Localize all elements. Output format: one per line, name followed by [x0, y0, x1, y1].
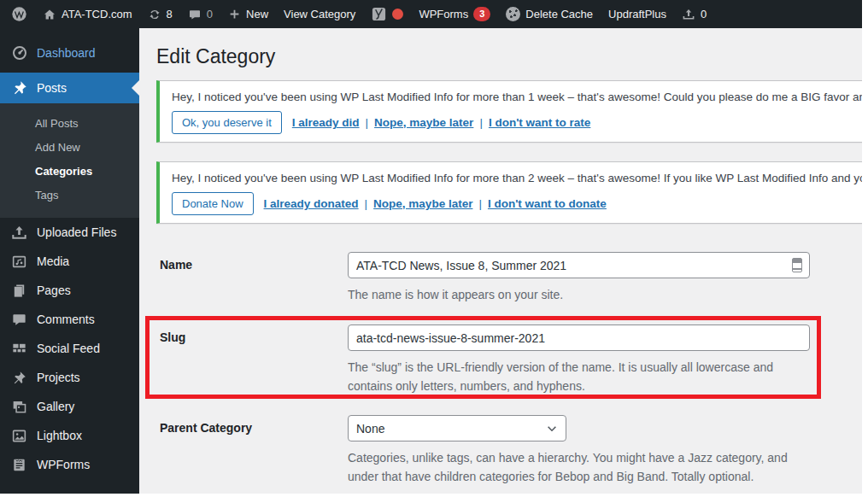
new-label: New	[246, 8, 268, 20]
link-separator: |	[479, 116, 483, 129]
delete-cache-label: Delete Cache	[525, 8, 593, 20]
name-input[interactable]	[348, 252, 810, 278]
nope-maybe-later-link[interactable]: Nope, maybe later	[373, 197, 472, 210]
already-did-link[interactable]: I already did	[292, 116, 360, 129]
form-icon	[11, 456, 28, 473]
notice-message: Hey, I noticed you've been using WP Last…	[172, 172, 868, 184]
gallery-icon	[11, 398, 28, 415]
delete-cache-link[interactable]: Delete Cache	[498, 0, 601, 28]
view-category-link[interactable]: View Category	[276, 0, 363, 28]
sidebar-item-uploaded-files[interactable]: Uploaded Files	[0, 218, 139, 247]
updraft-count: 0	[701, 8, 707, 20]
wpforms-menu[interactable]: WPForms 3	[411, 0, 498, 28]
lightbox-icon	[11, 427, 28, 444]
site-name-link[interactable]: ATA-TCD.com	[35, 0, 140, 28]
name-label: Name	[156, 252, 348, 304]
sidebar-label: Pages	[37, 284, 71, 297]
updraftplus-label: UpdraftPlus	[608, 8, 666, 20]
upload-icon	[11, 224, 28, 241]
social-feed-icon	[11, 340, 28, 357]
alert-dot-icon	[392, 9, 403, 20]
parent-category-select[interactable]: None	[348, 415, 566, 441]
dashboard-icon	[11, 44, 28, 61]
link-separator: |	[365, 197, 368, 210]
sidebar-item-pages[interactable]: Pages	[0, 276, 139, 305]
nope-maybe-later-link[interactable]: Nope, maybe later	[374, 116, 473, 129]
wordpress-logo-menu[interactable]	[3, 0, 35, 28]
home-icon	[43, 8, 56, 21]
submenu-item-add-new[interactable]: Add New	[0, 136, 139, 160]
parent-category-help-text: Categories, unlike tags, can have a hier…	[348, 448, 806, 486]
sidebar-item-dashboard[interactable]: Dashboard	[0, 38, 139, 67]
page-title: Edit Category	[156, 45, 275, 68]
updraftplus-menu[interactable]: UpdraftPlus	[601, 0, 674, 28]
submenu-item-categories[interactable]: Categories	[0, 160, 139, 184]
already-donated-link[interactable]: I already donated	[264, 197, 359, 210]
current-menu-arrow-icon	[132, 80, 139, 96]
updates-link[interactable]: 8	[140, 0, 180, 28]
name-help-text: The name is how it appears on your site.	[348, 285, 806, 304]
notice-message: Hey, I noticed you've been using WP Last…	[172, 91, 868, 103]
partial-menu-icon	[11, 492, 28, 497]
dont-want-to-rate-link[interactable]: I don't want to rate	[489, 116, 590, 129]
parent-category-field-row: Parent Category None Categories, unlike …	[156, 415, 806, 486]
donate-plugin-notice: Hey, I noticed you've been using WP Last…	[156, 161, 868, 224]
comments-icon	[11, 311, 28, 328]
sidebar-label: Comments	[37, 313, 95, 326]
yoast-icon	[371, 6, 387, 22]
link-separator: |	[366, 116, 369, 129]
sidebar-item-gallery[interactable]: Gallery	[0, 392, 139, 421]
sidebar-item-social-feed[interactable]: Social Feed	[0, 334, 139, 363]
posts-submenu: All Posts Add New Categories Tags	[0, 103, 139, 218]
sidebar-label: WPForms	[37, 458, 90, 471]
pushpin-icon	[11, 369, 28, 386]
site-name: ATA-TCD.com	[62, 8, 132, 20]
cheetah-icon	[506, 7, 520, 21]
updates-icon	[148, 8, 161, 21]
comments-link[interactable]: 0	[180, 0, 220, 28]
pages-icon	[11, 282, 28, 299]
sidebar-label: Uploaded Files	[37, 225, 116, 239]
sidebar-item-wpforms[interactable]: WPForms	[0, 450, 139, 479]
pushpin-icon	[11, 79, 28, 96]
sidebar-label: Projects	[37, 371, 80, 384]
wpforms-badge: 3	[473, 7, 490, 21]
sidebar-item-projects[interactable]: Projects	[0, 363, 139, 392]
donate-now-button[interactable]: Donate Now	[172, 192, 254, 215]
submenu-item-tags[interactable]: Tags	[0, 184, 139, 208]
link-separator: |	[478, 197, 482, 210]
sidebar-item-posts[interactable]: Posts	[0, 73, 139, 103]
ok-you-deserve-it-button[interactable]: Ok, you deserve it	[172, 111, 282, 134]
rate-plugin-notice: Hey, I noticed you've been using WP Last…	[156, 80, 868, 143]
slug-input[interactable]	[348, 325, 810, 351]
updraft-uploads-link[interactable]: 0	[674, 0, 714, 28]
yoast-seo-menu[interactable]	[363, 0, 411, 28]
submenu-item-all-posts[interactable]: All Posts	[0, 112, 139, 136]
admin-sidebar: Dashboard Posts All Posts Add New Catego…	[0, 28, 139, 494]
sidebar-label: Media	[37, 254, 69, 268]
slug-help-text: The “slug” is the URL-friendly version o…	[348, 358, 806, 395]
sidebar-item-media[interactable]: Media	[0, 247, 139, 276]
parent-category-selected-value: None	[356, 422, 384, 436]
sidebar-label: Posts	[37, 81, 67, 95]
sidebar-item-comments[interactable]: Comments	[0, 305, 139, 334]
wordpress-logo-icon	[11, 6, 27, 22]
updates-count: 8	[167, 8, 173, 20]
wpforms-label: WPForms	[419, 8, 468, 20]
plus-icon	[228, 8, 241, 20]
chevron-down-icon	[546, 423, 558, 435]
sidebar-item-lightbox[interactable]: Lightbox	[0, 421, 139, 450]
new-content-link[interactable]: New	[220, 0, 276, 28]
sidebar-label: Lightbox	[37, 429, 82, 442]
wordpress-admin-screen: ATA-TCD.com 8 0 New View Category WPForm…	[0, 0, 868, 497]
slug-label: Slug	[156, 325, 348, 395]
media-icon	[11, 253, 28, 270]
dont-want-to-donate-link[interactable]: I don't want to donate	[488, 197, 607, 210]
comments-icon	[188, 8, 202, 21]
view-category-label: View Category	[284, 8, 355, 20]
slug-field-row: Slug The “slug” is the URL-friendly vers…	[156, 325, 810, 395]
autofill-extension-icon[interactable]	[792, 258, 802, 272]
admin-bar: ATA-TCD.com 8 0 New View Category WPForm…	[0, 0, 862, 28]
sidebar-label: Gallery	[37, 400, 74, 413]
sidebar-item-partial[interactable]	[0, 486, 139, 497]
